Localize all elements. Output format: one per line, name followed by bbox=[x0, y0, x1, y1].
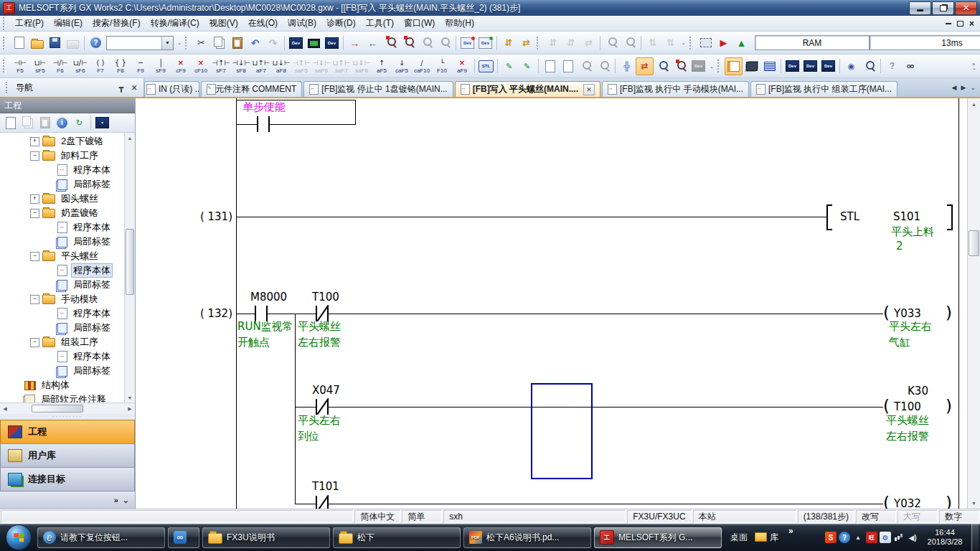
tab-list-icon[interactable]: ⌄ bbox=[970, 84, 976, 91]
nav-refresh-icon[interactable]: ↻ bbox=[71, 115, 88, 131]
menu-item-7[interactable]: 诊断(D) bbox=[321, 16, 361, 31]
tree-item-label[interactable]: 局部标签 bbox=[71, 177, 113, 192]
nav-filter-icon[interactable]: ▾ bbox=[94, 115, 110, 131]
stl-icon[interactable]: STL bbox=[477, 57, 495, 75]
copy-icon[interactable] bbox=[210, 34, 228, 52]
device-memory-icon[interactable]: Dev bbox=[476, 34, 494, 52]
wangwang-icon[interactable]: ⚙ bbox=[880, 532, 891, 543]
sampling-trace3-icon[interactable]: ⇄ bbox=[580, 34, 598, 52]
stl-device[interactable]: S101 bbox=[893, 210, 920, 223]
contact-device-x047[interactable]: X047 bbox=[312, 384, 340, 397]
find-combo-box[interactable]: ▼ bbox=[106, 36, 174, 50]
ladder-symbol-F8[interactable]: { }F8 bbox=[110, 56, 131, 76]
tree-row[interactable]: +2盘下镀铬 bbox=[0, 134, 124, 149]
ladder-canvas[interactable]: 单步使能 ( 131) STL S101 平头上料 2 ( 132) M8000… bbox=[136, 98, 967, 509]
taskbar-netdisk[interactable]: ∞ bbox=[168, 527, 199, 548]
tree-row[interactable]: +圆头螺丝 bbox=[0, 192, 124, 206]
collapse-icon[interactable]: − bbox=[30, 252, 39, 261]
zoom-edit-icon[interactable] bbox=[672, 57, 689, 75]
contact-m8000[interactable] bbox=[255, 306, 268, 321]
taskbar-pdf[interactable]: PDF松下A6说明书.pd... bbox=[463, 527, 591, 548]
tree-row[interactable]: −平头螺丝 bbox=[0, 249, 124, 263]
error-jump-icon[interactable]: ▲ bbox=[732, 34, 750, 52]
tree-row[interactable]: 局部标签 bbox=[0, 364, 124, 378]
minimize-button[interactable] bbox=[909, 1, 931, 15]
tree-item-label[interactable]: 程序本体 bbox=[71, 263, 113, 278]
tree-row[interactable]: −奶盖镀铬 bbox=[0, 206, 124, 220]
toolbar-gripper[interactable] bbox=[3, 37, 7, 50]
outline-icon[interactable] bbox=[760, 57, 778, 75]
inline-st-icon[interactable]: ✎ bbox=[500, 57, 518, 75]
show-desktop-button[interactable] bbox=[971, 524, 979, 551]
tree-item-label[interactable]: 局部标签 bbox=[71, 321, 113, 335]
edit-pencil-icon[interactable]: ✎ bbox=[518, 57, 536, 75]
tree-item-label[interactable]: 程序本体 bbox=[71, 349, 113, 364]
toolbar-more-icon[interactable]: ⌄ bbox=[707, 58, 716, 74]
panel-overflow-icon[interactable]: » bbox=[114, 496, 118, 504]
tree-item-label[interactable]: 组装工序 bbox=[59, 335, 100, 349]
tree-item-label[interactable]: 卸料工序 bbox=[59, 149, 100, 163]
redo-icon[interactable]: ↷ bbox=[264, 34, 282, 52]
close-button[interactable]: ✕ bbox=[955, 1, 977, 15]
restore-button[interactable] bbox=[932, 1, 954, 15]
contact-device-t100[interactable]: T100 bbox=[312, 291, 339, 303]
tree-row[interactable]: 程序本体 bbox=[0, 163, 124, 177]
ladder-symbol-saF7[interactable]: ⊔⇑⊢saF7 bbox=[331, 56, 352, 76]
monitor-mode-icon[interactable] bbox=[305, 34, 323, 52]
help-icon[interactable]: ? bbox=[87, 34, 105, 52]
menu-item-0[interactable]: 工程(P) bbox=[10, 16, 49, 31]
cross-reference-icon[interactable]: oo bbox=[901, 57, 919, 75]
volume-icon[interactable]: ◀) bbox=[907, 532, 918, 543]
ladder-symbol-F10[interactable]: └F10 bbox=[432, 56, 452, 76]
coil-device-y032[interactable]: Y032 bbox=[894, 497, 921, 509]
device-comment-list-icon[interactable]: Dev bbox=[783, 57, 801, 75]
nav-info-icon[interactable]: i bbox=[54, 115, 70, 131]
cross-ref-icon[interactable]: ╬ bbox=[618, 57, 636, 75]
sampling-trace-icon[interactable]: ⇵ bbox=[544, 34, 562, 52]
help-dis-icon[interactable]: ? bbox=[883, 57, 901, 75]
toolbar-more-icon[interactable]: ⌄ bbox=[175, 35, 184, 51]
tab-1[interactable]: 软元件注释 COMMENT bbox=[201, 81, 302, 97]
ladder-symbol-saF8[interactable]: ⊔⇓⊢saF8 bbox=[352, 56, 372, 76]
ladder-symbol-F6[interactable]: ⊣/⊢F6 bbox=[50, 56, 70, 76]
taskbar-folder-fx3u[interactable]: FX3U说明书 bbox=[202, 527, 330, 548]
tree-row[interactable]: 结构体 bbox=[0, 378, 124, 392]
mdi-close-icon[interactable]: × bbox=[969, 19, 974, 28]
desktop-label[interactable]: 桌面 bbox=[730, 532, 748, 544]
tab-scroll-left-icon[interactable]: ◀ bbox=[952, 84, 957, 91]
menu-item-9[interactable]: 窗口(W) bbox=[399, 16, 440, 31]
coil-device-y033[interactable]: Y033 bbox=[894, 307, 921, 320]
navigation-gripper[interactable] bbox=[6, 82, 10, 93]
paste-icon[interactable] bbox=[228, 34, 246, 52]
tree-item-label[interactable]: 结构体 bbox=[39, 378, 72, 392]
note-icon[interactable] bbox=[559, 57, 577, 75]
collapse-icon[interactable]: − bbox=[30, 338, 39, 347]
menu-item-2[interactable]: 搜索/替换(F) bbox=[88, 16, 146, 31]
tree-item-label[interactable]: 局部软元件注释 bbox=[39, 392, 108, 402]
transfer-setup2-icon[interactable]: ⇄ bbox=[517, 34, 535, 52]
tree-row[interactable]: 程序本体 bbox=[0, 349, 124, 364]
device-read-icon[interactable]: Dev bbox=[323, 34, 341, 52]
sampling-trace2-icon[interactable]: ⇵ bbox=[562, 34, 580, 52]
statement-icon[interactable] bbox=[541, 57, 559, 75]
ladder-symbol-sF6[interactable]: ⊔/⊢sF6 bbox=[70, 56, 90, 76]
device-search-icon[interactable] bbox=[860, 57, 878, 75]
tab-2[interactable]: [FB]监视 停止中 1盘镀铬(MAIN... bbox=[303, 81, 453, 97]
editor-scroll-down-icon[interactable]: ▼ bbox=[968, 497, 980, 509]
tab-scroll-right-icon[interactable]: ▶ bbox=[961, 84, 966, 91]
taskbar-clock[interactable]: 16:44 2018/3/28 bbox=[921, 528, 969, 547]
mdi-minimize-icon[interactable] bbox=[946, 23, 951, 24]
pin-icon[interactable]: ┳ bbox=[116, 84, 126, 92]
tab-close-icon[interactable]: ✕ bbox=[583, 84, 595, 95]
nav-copy-icon[interactable] bbox=[19, 115, 36, 131]
menu-item-3[interactable]: 转换/编译(C) bbox=[146, 16, 204, 31]
editor-scroll-up-icon[interactable]: ▲ bbox=[968, 98, 980, 110]
write-to-plc-icon[interactable]: → bbox=[346, 34, 364, 52]
ladder-toolbar-gripper[interactable] bbox=[3, 60, 7, 72]
nav-new-icon[interactable] bbox=[2, 115, 19, 131]
tree-scroll-thumb[interactable] bbox=[126, 229, 134, 295]
tree-row[interactable]: 局部软元件注释 bbox=[0, 392, 124, 402]
tab-4[interactable]: [FB]监视 执行中 手动模块(MAI... bbox=[602, 81, 749, 97]
tree-item-label[interactable]: 平头螺丝 bbox=[59, 249, 100, 263]
tree-row[interactable]: 程序本体 bbox=[0, 306, 124, 321]
